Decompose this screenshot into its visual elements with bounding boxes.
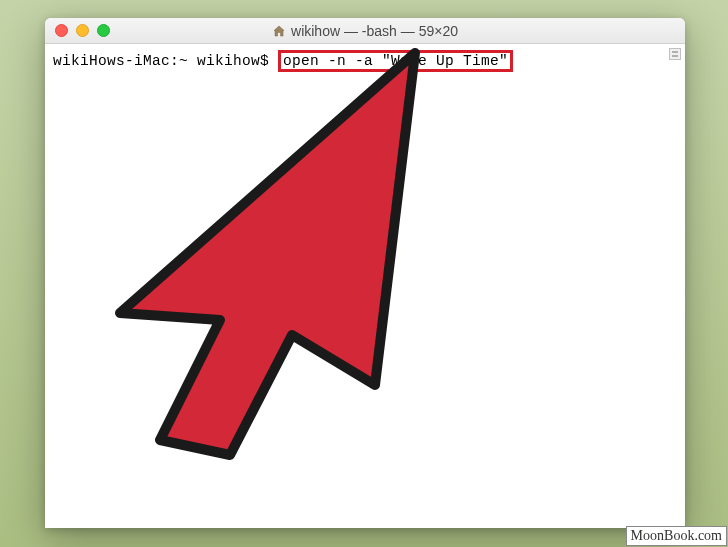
shell-prompt: wikiHows-iMac:~ wikihow$ bbox=[53, 53, 278, 69]
command-line: wikiHows-iMac:~ wikihow$ open -n -a "Wak… bbox=[53, 50, 677, 72]
close-button[interactable] bbox=[55, 24, 68, 37]
scrollbar-indicator bbox=[669, 48, 681, 60]
window-title: wikihow — -bash — 59×20 bbox=[272, 23, 458, 39]
window-title-text: wikihow — -bash — 59×20 bbox=[291, 23, 458, 39]
terminal-window: wikihow — -bash — 59×20 wikiHows-iMac:~ … bbox=[45, 18, 685, 528]
terminal-body[interactable]: wikiHows-iMac:~ wikihow$ open -n -a "Wak… bbox=[45, 44, 685, 528]
home-icon bbox=[272, 24, 286, 38]
command-text: open -n -a "Wake Up Time" bbox=[283, 53, 508, 69]
highlighted-command: open -n -a "Wake Up Time" bbox=[278, 50, 513, 72]
minimize-button[interactable] bbox=[76, 24, 89, 37]
watermark: MoonBook.com bbox=[626, 526, 727, 546]
watermark-text: MoonBook.com bbox=[631, 528, 722, 543]
titlebar: wikihow — -bash — 59×20 bbox=[45, 18, 685, 44]
traffic-lights bbox=[45, 24, 110, 37]
maximize-button[interactable] bbox=[97, 24, 110, 37]
